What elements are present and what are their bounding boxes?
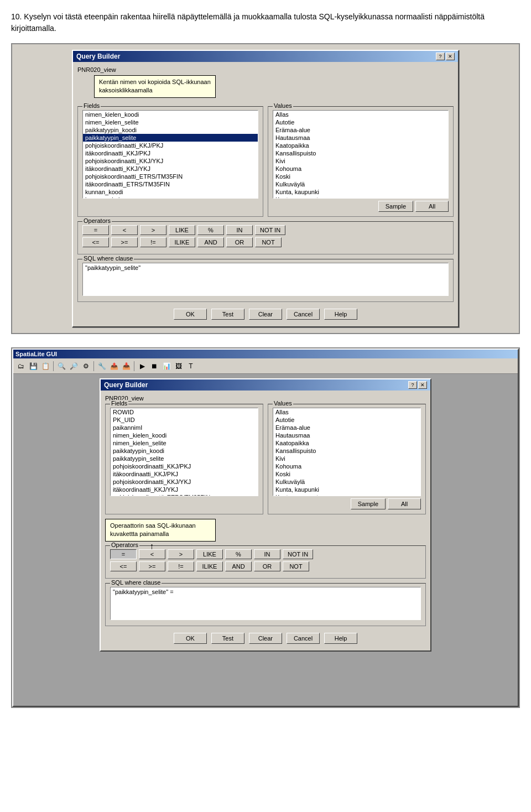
operator-btn[interactable]: IN xyxy=(226,225,253,235)
list-item[interactable]: Kunta, maaseutu xyxy=(273,196,448,199)
list-item[interactable]: Kaatopaikka xyxy=(273,142,448,149)
operator-btn[interactable]: != xyxy=(168,561,194,571)
list-item[interactable]: Allas xyxy=(273,111,448,118)
operator-btn[interactable]: < xyxy=(111,225,138,235)
operator-btn[interactable]: >= xyxy=(139,561,165,571)
list-item[interactable]: itäkoordinaatti_KKJ/YKJ xyxy=(83,165,258,173)
toolbar-stop-icon[interactable]: ⏹ xyxy=(149,361,160,372)
list-item[interactable]: Erämaa-alue xyxy=(273,424,420,431)
toolbar-gear-icon[interactable]: ⚙ xyxy=(80,361,91,372)
all-btn-1[interactable]: All xyxy=(415,201,449,212)
footer-btn[interactable]: Clear xyxy=(249,633,282,644)
sample-btn-2[interactable]: Sample xyxy=(351,498,386,509)
list-item[interactable]: paikannimI xyxy=(111,424,258,431)
toolbar-image-icon[interactable]: 🖼 xyxy=(173,361,184,372)
operator-btn[interactable]: <= xyxy=(82,237,109,247)
toolbar-copy-icon[interactable]: 📋 xyxy=(40,361,51,372)
list-item[interactable]: Kulkuväylä xyxy=(273,478,420,486)
operator-btn[interactable]: AND xyxy=(197,237,224,247)
operator-btn[interactable]: NOT xyxy=(283,561,309,571)
list-item[interactable]: Hautausmaa xyxy=(273,431,420,439)
operator-btn[interactable]: OR xyxy=(226,237,253,247)
footer-btn[interactable]: Help xyxy=(324,633,357,644)
footer-btn[interactable]: Test xyxy=(211,309,244,320)
fields-list-2[interactable]: ROWIDPK_UIDpaikannimInimen_kielen_koodin… xyxy=(110,408,258,496)
operator-btn[interactable]: % xyxy=(197,225,224,235)
list-item[interactable]: Kunta, kaupunki xyxy=(273,188,448,196)
list-item[interactable]: pohjoiskoordinaatti_KKJ/PKJ xyxy=(83,142,258,149)
sql-textarea-1[interactable] xyxy=(82,263,449,296)
operator-btn[interactable]: ILIKE xyxy=(169,237,195,247)
operator-btn[interactable]: IN xyxy=(254,549,280,559)
list-item[interactable]: Kansallispuisto xyxy=(273,447,420,455)
operator-btn[interactable]: > xyxy=(140,225,166,235)
help-title-btn-1[interactable]: ? xyxy=(436,53,445,60)
operator-btn[interactable]: LIKE xyxy=(169,225,195,235)
list-item[interactable]: Kunta, maaseutu xyxy=(273,493,420,496)
operator-btn[interactable]: > xyxy=(168,549,194,559)
sample-btn-1[interactable]: Sample xyxy=(378,201,413,212)
fields-list-1[interactable]: nimen_kielen_koodinimen_kielen_selitepai… xyxy=(82,110,258,199)
list-item[interactable]: itäkoordinaatti_KKJ/PKJ xyxy=(111,470,258,478)
list-item[interactable]: Koski xyxy=(273,470,420,478)
list-item[interactable]: Kaatopaikka xyxy=(273,439,420,447)
list-item[interactable]: Kivi xyxy=(273,157,448,165)
list-item[interactable]: paikkatyypin_koodi xyxy=(111,447,258,455)
toolbar-export-icon[interactable]: 📤 xyxy=(108,361,119,372)
list-item[interactable]: Autotie xyxy=(273,416,420,424)
operator-btn[interactable]: AND xyxy=(225,561,252,571)
list-item[interactable]: Autotie xyxy=(273,118,448,126)
operator-btn[interactable]: NOT xyxy=(255,237,282,247)
all-btn-2[interactable]: All xyxy=(388,498,421,509)
toolbar-chart-icon[interactable]: 📊 xyxy=(161,361,172,372)
operator-btn[interactable]: ILIKE xyxy=(196,561,223,571)
toolbar-zoom-icon[interactable]: 🔎 xyxy=(68,361,79,372)
operator-btn[interactable]: NOT IN xyxy=(255,225,285,235)
footer-btn[interactable]: Help xyxy=(324,309,357,320)
list-item[interactable]: kunnan_nimi xyxy=(83,196,258,199)
list-item[interactable]: Kansallispuisto xyxy=(273,149,448,157)
operator-btn[interactable]: % xyxy=(225,549,252,559)
footer-btn[interactable]: Cancel xyxy=(287,633,320,644)
toolbar-save-icon[interactable]: 💾 xyxy=(28,361,39,372)
list-item[interactable]: Erämaa-alue xyxy=(273,126,448,134)
list-item[interactable]: Koski xyxy=(273,173,448,180)
list-item[interactable]: itäkoordinaatti_KKJ/YKJ xyxy=(111,486,258,493)
list-item[interactable]: PK_UID xyxy=(111,416,258,424)
toolbar-run-icon[interactable]: ▶ xyxy=(137,361,148,372)
list-item[interactable]: kunnan_koodi xyxy=(83,188,258,196)
close-title-btn-1[interactable]: ✕ xyxy=(446,53,455,60)
list-item[interactable]: pohjoiskoordinaatti_ETRS/TM35FIN xyxy=(111,493,258,496)
footer-btn[interactable]: Clear xyxy=(249,309,282,320)
toolbar-open-icon[interactable]: 🗂 xyxy=(15,361,27,372)
close-title-btn-2[interactable]: ✕ xyxy=(418,381,427,389)
toolbar-import-icon[interactable]: 📥 xyxy=(121,361,132,372)
footer-btn[interactable]: OK xyxy=(174,633,207,644)
operator-btn[interactable]: != xyxy=(140,237,166,247)
list-item[interactable]: paikkatyypin_selite xyxy=(111,455,258,462)
list-item[interactable]: nimen_kielen_koodi xyxy=(111,431,258,439)
list-item[interactable]: Kunta, kaupunki xyxy=(273,486,420,493)
list-item[interactable]: Allas xyxy=(273,408,420,416)
operator-btn[interactable]: = xyxy=(110,549,137,559)
list-item[interactable]: pohjoiskoordinaatti_KKJ/YKJ xyxy=(111,478,258,486)
list-item[interactable]: nimen_kielen_koodi xyxy=(83,111,258,118)
list-item[interactable]: itäkoordinaatti_ETRS/TM35FIN xyxy=(83,180,258,188)
list-item[interactable]: itäkoordinaatti_KKJ/PKJ xyxy=(83,149,258,157)
list-item[interactable]: Kohouma xyxy=(273,462,420,470)
list-item[interactable]: pohjoiskoordinaatti_KKJ/YKJ xyxy=(83,157,258,165)
toolbar-text-icon[interactable]: T xyxy=(185,361,196,372)
list-item[interactable]: paikkatyypin_selite xyxy=(83,134,258,142)
operator-btn[interactable]: <= xyxy=(110,561,137,571)
list-item[interactable]: nimen_kielen_selite xyxy=(83,118,258,126)
values-list-1[interactable]: AllasAutotieErämaa-alueHautausmaaKaatopa… xyxy=(273,110,449,199)
list-item[interactable]: pohjoiskoordinaatti_KKJ/PKJ xyxy=(111,462,258,470)
toolbar-tool-icon[interactable]: 🔧 xyxy=(96,361,107,372)
operator-btn[interactable]: = xyxy=(82,225,109,235)
list-item[interactable]: Hautausmaa xyxy=(273,134,448,142)
list-item[interactable]: pohjoiskoordinaatti_ETRS/TM35FIN xyxy=(83,173,258,180)
footer-btn[interactable]: Test xyxy=(211,633,244,644)
toolbar-search-icon[interactable]: 🔍 xyxy=(56,361,67,372)
operator-btn[interactable]: LIKE xyxy=(196,549,223,559)
help-title-btn-2[interactable]: ? xyxy=(408,381,417,389)
